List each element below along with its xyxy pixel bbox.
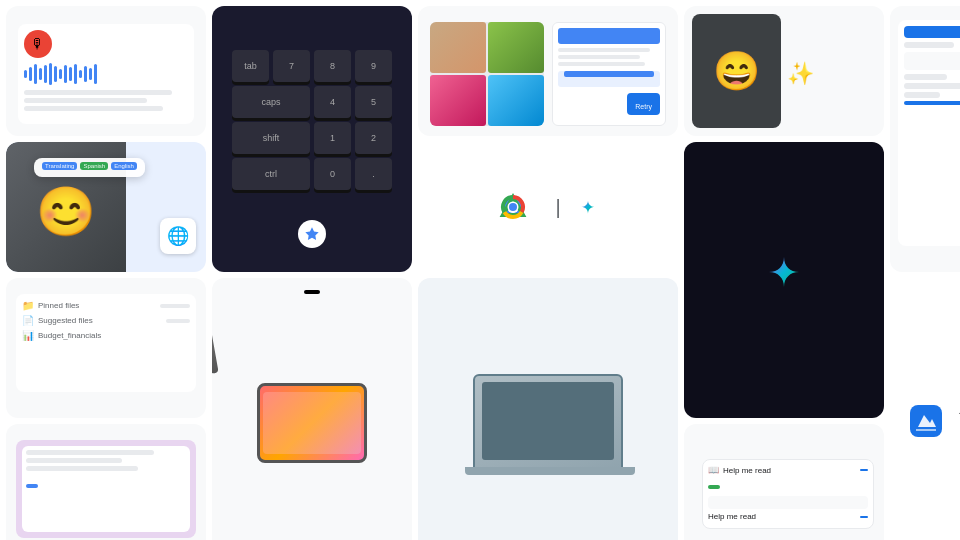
drive-sheets-icon: 📊 (22, 330, 34, 341)
img-cell-1 (430, 22, 486, 73)
waveform-bar (54, 66, 57, 82)
recap-line (26, 466, 138, 471)
drive-doc-icon: 📄 (22, 315, 34, 326)
drive-row: 📄 Suggested files (22, 315, 190, 326)
waveform-bar (39, 68, 42, 80)
tablet-screen (263, 392, 362, 455)
recap-line (26, 458, 122, 463)
help-read-row2: Help me read (708, 512, 868, 521)
samsung-card (418, 278, 678, 540)
gemini-diamond-icon (766, 254, 802, 290)
helpwrite-line (558, 62, 645, 66)
imagegen-half (430, 16, 544, 126)
helpwrite-prompt-bar (558, 28, 660, 44)
duet-tablet (220, 294, 404, 540)
recap-btn[interactable] (26, 484, 38, 488)
drive-card: 📁 Pinned files 📄 Suggested files 📊 Budge… (6, 278, 206, 418)
laptop-container (473, 374, 623, 469)
waveform-bar (64, 65, 67, 83)
recorder-icon (24, 30, 52, 58)
waveform-bar (24, 70, 27, 78)
drive-row: 📊 Budget_financials (22, 330, 190, 341)
drive-filename: Pinned files (38, 301, 156, 310)
text-line (24, 90, 172, 95)
waveform (24, 62, 188, 86)
help-read-label2: Help me read (708, 512, 856, 521)
waveform-bar (59, 69, 62, 79)
key-num4: 4 (314, 86, 351, 118)
img-cell-3 (430, 75, 486, 126)
tag-translating: Translating (42, 162, 77, 170)
video-preview: 😄 (692, 14, 781, 128)
chrome-logo (495, 189, 531, 225)
waveform-bar (69, 67, 72, 81)
duet-card (212, 278, 412, 540)
waveform-bar (74, 64, 77, 84)
drive-filename: Budget_financials (38, 331, 190, 340)
translate-tags: Translating Spanish English (42, 162, 137, 170)
key-num7: 2 (355, 122, 392, 154)
keyboard-image: tab 7 8 9 caps 4 5 shift 1 2 ctrl 0 . (226, 20, 398, 220)
recorder-card (6, 6, 206, 136)
text-line (24, 106, 163, 111)
help-read-card: 📖 Help me read Help me read (684, 424, 884, 540)
key-shift: shift (232, 122, 310, 154)
main-grid: 😊 Translating Spanish English 🌐 📁 Pinned… (0, 0, 960, 540)
img-cell-2 (488, 22, 544, 73)
text-line (24, 98, 147, 103)
waveform-bar (79, 70, 82, 78)
video-card: 😄 ✨ (684, 6, 884, 136)
tag-english: English (111, 162, 137, 170)
recap-ui (16, 440, 196, 538)
waveform-bar (49, 63, 52, 85)
imagegen-card: Retry (418, 6, 678, 136)
svg-point-5 (509, 203, 517, 211)
helpwrite-half: Retry (552, 16, 666, 126)
gemini-with (575, 199, 601, 215)
stylus (212, 278, 219, 374)
experiment-btn2[interactable] (860, 516, 868, 518)
key-num5: 5 (355, 86, 392, 118)
focus-item (904, 92, 940, 98)
focus-start-btn[interactable] (904, 101, 960, 105)
experiment-btn1[interactable] (860, 469, 868, 471)
focus-item (904, 42, 954, 48)
helpwrite-suggestion-bar (564, 71, 654, 77)
drive-folder-icon: 📁 (22, 300, 34, 311)
helpwrite-line (558, 48, 650, 52)
key-num8: 0 (314, 158, 351, 190)
img-cell-4 (488, 75, 544, 126)
translate-bubble: Translating Spanish English (34, 158, 145, 177)
helpwrite-insert-btn[interactable]: Retry (627, 93, 660, 115)
drive-filename: Suggested files (38, 316, 162, 325)
helpwrite-line (558, 55, 640, 59)
helpwrite-ui: Retry (552, 22, 666, 126)
waveform-bar (84, 66, 87, 82)
drive-content: 📁 Pinned files 📄 Suggested files 📊 Budge… (16, 294, 196, 392)
key-num1: 7 (273, 50, 310, 82)
tag-spanish: Spanish (80, 162, 108, 170)
helpwrite-actions: Retry (558, 93, 660, 115)
focus-item (904, 74, 947, 80)
ask-input[interactable] (708, 496, 868, 509)
waveform-bar (94, 64, 97, 84)
gemini-icon (580, 199, 596, 215)
waveform-bar (29, 67, 32, 81)
laptop-base (465, 467, 635, 475)
person-emoji: 😄 (713, 49, 760, 93)
focus-card (890, 6, 960, 272)
summarize-btn[interactable] (708, 485, 720, 489)
keyboard-card: tab 7 8 9 caps 4 5 shift 1 2 ctrl 0 . (212, 6, 412, 272)
quick-insert-label-area (298, 220, 326, 258)
tablet-body (257, 383, 367, 463)
gemini-card[interactable] (684, 142, 884, 418)
laptop-screen (482, 382, 613, 459)
drive-bar (166, 319, 190, 323)
quick-insert-icon (304, 226, 320, 242)
video-info: ✨ (787, 14, 876, 128)
goodnotes-icon (910, 405, 942, 437)
brand-divider: | (555, 196, 560, 219)
quick-insert-badge (298, 220, 326, 248)
focus-ui (898, 20, 960, 246)
goodnotes-card: ™ (890, 278, 960, 540)
